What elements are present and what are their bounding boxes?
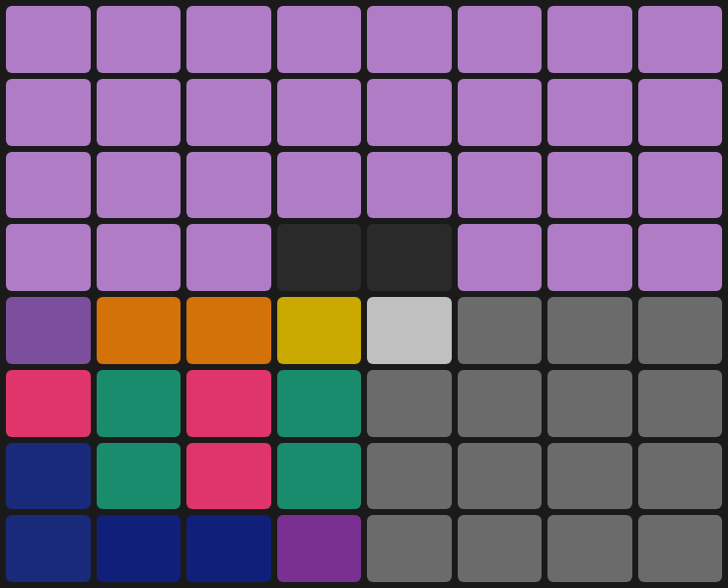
pad-r5c7[interactable] xyxy=(547,297,632,364)
pad-r6c6[interactable] xyxy=(458,370,543,437)
pad-r5c8[interactable] xyxy=(638,297,723,364)
pad-r2c1[interactable] xyxy=(6,79,91,146)
pad-r6c7[interactable] xyxy=(547,370,632,437)
pad-perc-2[interactable] xyxy=(277,515,362,582)
drum-pad-grid xyxy=(0,0,728,588)
pad-r4c4 xyxy=(277,224,362,291)
pad-r2c3[interactable] xyxy=(186,79,271,146)
pad-r4c2[interactable] xyxy=(97,224,182,291)
pad-snare-1[interactable] xyxy=(6,443,91,510)
pad-r2c7[interactable] xyxy=(547,79,632,146)
pad-r1c4[interactable] xyxy=(277,6,362,73)
pad-r4c5 xyxy=(367,224,452,291)
pad-r1c2[interactable] xyxy=(97,6,182,73)
pad-r2c8[interactable] xyxy=(638,79,723,146)
pad-r4c6[interactable] xyxy=(458,224,543,291)
pad-perc[interactable] xyxy=(6,297,91,364)
pad-tom-1[interactable] xyxy=(97,370,182,437)
pad-r1c3[interactable] xyxy=(186,6,271,73)
pad-r3c7[interactable] xyxy=(547,152,632,219)
pad-snare-3[interactable] xyxy=(186,515,271,582)
pad-r3c4[interactable] xyxy=(277,152,362,219)
pad-cymbal-1[interactable] xyxy=(97,297,182,364)
pad-tom-4[interactable] xyxy=(277,443,362,510)
pad-r6c8[interactable] xyxy=(638,370,723,437)
pad-r2c5[interactable] xyxy=(367,79,452,146)
pad-cymbal-2[interactable] xyxy=(186,297,271,364)
pad-r8c8[interactable] xyxy=(638,515,723,582)
pad-r5c6[interactable] xyxy=(458,297,543,364)
pad-r7c6[interactable] xyxy=(458,443,543,510)
pad-r6c5[interactable] xyxy=(367,370,452,437)
pad-r8c6[interactable] xyxy=(458,515,543,582)
pad-r3c2[interactable] xyxy=(97,152,182,219)
pad-r8c5[interactable] xyxy=(367,515,452,582)
pad-r4c7[interactable] xyxy=(547,224,632,291)
pad-r3c6[interactable] xyxy=(458,152,543,219)
pad-r3c8[interactable] xyxy=(638,152,723,219)
pad-r2c2[interactable] xyxy=(97,79,182,146)
pad-r2c6[interactable] xyxy=(458,79,543,146)
pad-hh-2[interactable] xyxy=(186,443,271,510)
pad-r5c5[interactable] xyxy=(367,297,452,364)
pad-r3c5[interactable] xyxy=(367,152,452,219)
pad-tom-2[interactable] xyxy=(277,370,362,437)
pad-r3c1[interactable] xyxy=(6,152,91,219)
pad-r2c4[interactable] xyxy=(277,79,362,146)
pad-r4c1[interactable] xyxy=(6,224,91,291)
pad-r1c7[interactable] xyxy=(547,6,632,73)
pad-r4c8[interactable] xyxy=(638,224,723,291)
pad-kick[interactable] xyxy=(6,515,91,582)
pad-r3c3[interactable] xyxy=(186,152,271,219)
pad-r7c8[interactable] xyxy=(638,443,723,510)
pad-tom-3[interactable] xyxy=(97,443,182,510)
pad-snare-2[interactable] xyxy=(97,515,182,582)
pad-r7c7[interactable] xyxy=(547,443,632,510)
pad-r1c6[interactable] xyxy=(458,6,543,73)
pad-r1c5[interactable] xyxy=(367,6,452,73)
pad-hh[interactable] xyxy=(6,370,91,437)
pad-r7c5[interactable] xyxy=(367,443,452,510)
pad-r4c3[interactable] xyxy=(186,224,271,291)
pad-r8c7[interactable] xyxy=(547,515,632,582)
pad-r1c1[interactable] xyxy=(6,6,91,73)
pad-ohh[interactable] xyxy=(186,370,271,437)
pad-r1c8[interactable] xyxy=(638,6,723,73)
pad-ride[interactable] xyxy=(277,297,362,364)
